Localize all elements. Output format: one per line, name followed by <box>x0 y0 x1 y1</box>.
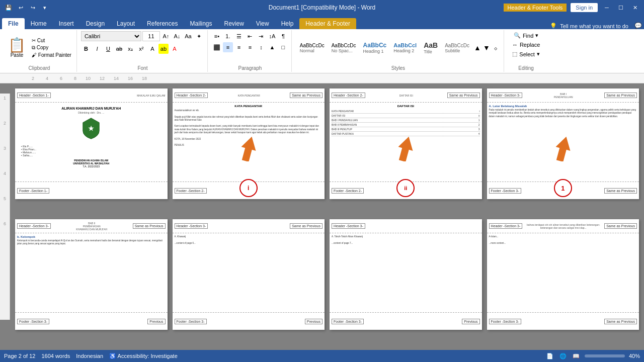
minimize-button[interactable]: ─ <box>602 3 612 13</box>
save-icon[interactable]: 💾 <box>4 3 13 12</box>
shading-button[interactable]: ▲ <box>267 42 277 52</box>
style-heading1[interactable]: AaBbCc Heading 1 <box>360 41 390 55</box>
tab-header-footer[interactable]: Header & Footer <box>299 18 356 29</box>
tab-help[interactable]: Help <box>275 18 300 29</box>
page-4-header-label[interactable]: Header -Section 3- <box>489 93 523 98</box>
grow-font-button[interactable]: A↑ <box>161 31 171 41</box>
styles-expand[interactable]: ⬦ <box>492 33 500 63</box>
language-indicator[interactable]: Indonesian <box>76 353 103 359</box>
font-color-button[interactable]: A <box>170 44 180 54</box>
page-5-header-label[interactable]: Header -Section 3- <box>17 223 51 229</box>
page-1-header-label[interactable]: Header -Section 1- <box>17 93 51 98</box>
page-8-same-as-prev[interactable]: Same as Previous <box>604 223 637 229</box>
page-8-footer-same-as-prev[interactable]: Same as Previous <box>604 319 637 324</box>
align-left-button[interactable]: ⬛ <box>212 42 222 52</box>
underline-button[interactable]: U <box>103 44 113 54</box>
styles-scroll-up[interactable]: ▲ <box>473 33 481 63</box>
page-2-footer-label[interactable]: Footer -Section 2- <box>175 188 207 194</box>
find-button[interactable]: 🔍 Find ▾ <box>510 31 542 40</box>
text-effects-button[interactable]: A <box>147 44 157 54</box>
close-button[interactable]: ✕ <box>630 3 640 13</box>
align-center-button[interactable]: ≡ <box>223 42 233 52</box>
print-layout-button[interactable]: 📄 <box>545 351 554 360</box>
highlight-button[interactable]: ab <box>158 44 169 54</box>
tab-view[interactable]: View <box>250 18 275 29</box>
increase-indent-button[interactable]: ⇥ <box>256 31 266 41</box>
page-6-same-as-prev[interactable]: Same as Previous <box>290 223 323 229</box>
restore-button[interactable]: ☐ <box>616 3 626 13</box>
page-4-footer-same-as-prev[interactable]: Same as Previous <box>604 188 637 194</box>
svg-marker-3 <box>553 136 573 161</box>
page-3-header-label[interactable]: Header -Section 2- <box>332 93 365 98</box>
tab-references[interactable]: References <box>141 18 184 29</box>
redo-icon[interactable]: ↪ <box>28 3 37 12</box>
page-5-footer-prev[interactable]: Previous <box>147 319 165 324</box>
bold-button[interactable]: B <box>81 44 91 54</box>
accessibility-status[interactable]: ♿ Accessibility: Investigate <box>109 353 178 359</box>
align-right-button[interactable]: ≡ <box>234 42 244 52</box>
change-case-button[interactable]: Aa <box>183 31 193 41</box>
page-3-footer-label[interactable]: Footer -Section 2- <box>332 188 364 194</box>
replace-button[interactable]: ↔ Replace <box>508 41 544 49</box>
sort-button[interactable]: ↕A <box>267 31 277 41</box>
styles-scroll-down[interactable]: ▼ <box>482 33 491 63</box>
page-3-same-as-prev[interactable]: Same as Previous <box>447 93 480 98</box>
read-mode-button[interactable]: 📖 <box>572 351 581 360</box>
line-spacing-button[interactable]: ↕ <box>256 42 266 52</box>
tell-me-box[interactable]: 💡 Tell me what you want to do <box>546 23 632 29</box>
tab-home[interactable]: Home <box>25 18 53 29</box>
tab-review[interactable]: Review <box>218 18 250 29</box>
page-4-footer-label[interactable]: Footer -Section 3- <box>489 188 521 194</box>
style-no-spacing[interactable]: AaBbCcDc No Spac... <box>329 42 359 54</box>
paste-button[interactable]: 📋 Paste <box>5 37 29 59</box>
sign-in-button[interactable]: Sign in <box>571 3 598 12</box>
page-2-header-label[interactable]: Header -Section 2- <box>175 93 208 98</box>
copy-button[interactable]: ⧉ Copy <box>30 44 73 51</box>
font-name-select[interactable]: Calibri <box>81 31 141 41</box>
font-size-input[interactable] <box>142 31 160 41</box>
clear-format-button[interactable]: ✦ <box>194 31 204 41</box>
page-7-header-label[interactable]: Header -Section 3- <box>332 223 365 229</box>
page-1-footer-label[interactable]: Footer -Section 1- <box>17 188 49 194</box>
page-7-footer-label[interactable]: Footer -Section 3- <box>332 319 364 324</box>
select-button[interactable]: ⬚ Select ▾ <box>508 50 544 58</box>
tab-file[interactable]: File <box>2 18 25 29</box>
customize-icon[interactable]: ▾ <box>40 3 49 12</box>
page-6-header-label[interactable]: Header -Section 3- <box>175 223 208 229</box>
numbering-button[interactable]: 1. <box>223 31 233 41</box>
borders-button[interactable]: □ <box>278 42 288 52</box>
style-heading2[interactable]: AaBbCcl Heading 2 <box>390 41 420 54</box>
tab-mailings[interactable]: Mailings <box>184 18 218 29</box>
page-6-footer-label[interactable]: Footer -Section 3- <box>175 319 207 324</box>
style-normal[interactable]: AaBbCcDc Normal <box>297 42 328 54</box>
italic-button[interactable]: I <box>92 44 102 54</box>
page-8-header-label[interactable]: Header -Section 3- <box>489 223 523 229</box>
multilevel-button[interactable]: ☰ <box>234 31 244 41</box>
justify-button[interactable]: ≡ <box>245 42 255 52</box>
superscript-button[interactable]: x² <box>136 44 146 54</box>
tab-insert[interactable]: Insert <box>53 18 80 29</box>
page-6-footer-prev[interactable]: Previous <box>305 319 323 324</box>
page-5-same-as-prev[interactable]: Same as Previous <box>133 223 166 229</box>
bullets-button[interactable]: ≡• <box>212 31 222 41</box>
format-painter-button[interactable]: 🖌 Format Painter <box>30 52 73 58</box>
page-2-same-as-prev[interactable]: Same as Previous <box>290 93 323 98</box>
page-8-footer-label[interactable]: Footer -Section 3- <box>489 319 521 324</box>
undo-icon[interactable]: ↩ <box>16 3 25 12</box>
tab-design[interactable]: Design <box>80 18 111 29</box>
tab-layout[interactable]: Layout <box>111 18 141 29</box>
zoom-slider[interactable] <box>585 354 625 357</box>
subscript-button[interactable]: x₂ <box>125 44 135 54</box>
page-7-footer-prev[interactable]: Previous <box>462 319 479 324</box>
decrease-indent-button[interactable]: ⇤ <box>245 31 255 41</box>
cut-button[interactable]: ✂ Cut <box>30 37 73 44</box>
web-layout-button[interactable]: 🌐 <box>558 351 568 360</box>
style-title[interactable]: AaB Title <box>421 40 441 55</box>
comments-icon[interactable]: 💬 <box>632 22 644 29</box>
shrink-font-button[interactable]: A↓ <box>172 31 182 41</box>
show-formatting-button[interactable]: ¶ <box>278 31 288 41</box>
page-5-footer-label[interactable]: Footer -Section 3- <box>17 319 49 324</box>
style-subtitle[interactable]: AaBbCcDc Subtitle <box>442 42 472 54</box>
strikethrough-button[interactable]: ab <box>114 44 124 54</box>
page-4-same-as-prev[interactable]: Same as Previous <box>604 93 637 98</box>
